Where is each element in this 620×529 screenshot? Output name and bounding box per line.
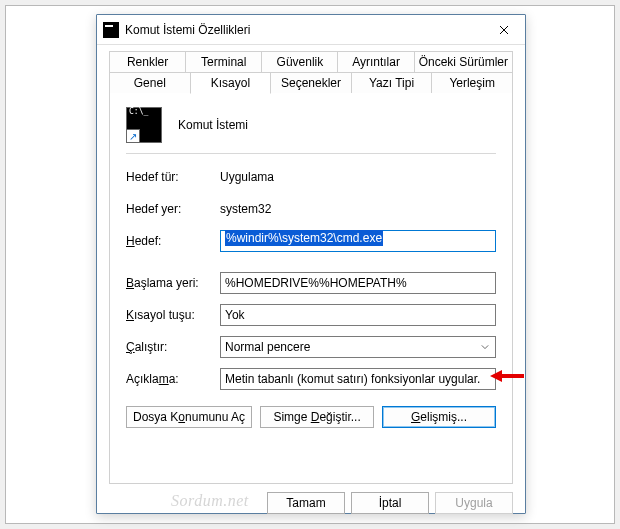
advanced-button[interactable]: Gelişmiş... [382,406,496,428]
input-start-in[interactable] [220,272,496,294]
divider [126,153,496,154]
label-target-loc: Hedef yer: [126,202,220,216]
chevron-down-icon [481,343,489,351]
tab-previous[interactable]: Önceki Sürümler [414,51,513,72]
ok-button[interactable]: Tamam [267,492,345,514]
tab-row-1: Renkler Terminal Güvenlik Ayrıntılar Önc… [109,51,513,72]
label-target-type: Hedef tür: [126,170,220,184]
dialog-buttons: Tamam İptal Uygula [97,484,525,524]
shortcut-header: ↗ Komut İstemi [126,107,496,143]
open-file-location-button[interactable]: Dosya Konumunu Aç [126,406,252,428]
tab-layout[interactable]: Yerleşim [431,72,513,93]
value-target-loc: system32 [220,202,271,216]
properties-dialog: Komut İstemi Özellikleri Renkler Termina… [96,14,526,514]
change-icon-button[interactable]: Simge Değiştir... [260,406,374,428]
label-target: Hedef: [126,234,220,248]
value-target-type: Uygulama [220,170,274,184]
label-start-in: Başlama yeri: [126,276,220,290]
action-button-row: Dosya Konumunu Aç Simge Değiştir... Geli… [126,406,496,428]
tab-shortcut[interactable]: Kısayol [190,72,272,94]
cancel-button[interactable]: İptal [351,492,429,514]
tab-colors[interactable]: Renkler [109,51,186,72]
tab-row-2: Genel Kısayol Seçenekler Yazı Tipi Yerle… [109,72,513,93]
tabs-area: Renkler Terminal Güvenlik Ayrıntılar Önc… [97,45,525,484]
tab-security[interactable]: Güvenlik [261,51,338,72]
apply-button[interactable]: Uygula [435,492,513,514]
tab-content: ↗ Komut İstemi Hedef tür: Uygulama Hedef… [109,92,513,484]
tab-general[interactable]: Genel [109,72,191,93]
select-run[interactable]: Normal pencere [220,336,496,358]
titlebar: Komut İstemi Özellikleri [97,15,525,45]
shortcut-cmd-icon: ↗ [126,107,162,143]
input-shortcut-key[interactable] [220,304,496,326]
tab-terminal[interactable]: Terminal [185,51,262,72]
close-button[interactable] [483,15,525,45]
tab-font[interactable]: Yazı Tipi [351,72,433,93]
tab-options[interactable]: Seçenekler [270,72,352,93]
label-shortcut-key: Kısayol tuşu: [126,308,220,322]
label-comment: Açıklama: [126,372,220,386]
cmd-icon [103,22,119,38]
input-target-selection: %windir%\system32\cmd.exe [225,230,383,246]
shortcut-overlay-icon: ↗ [126,129,140,143]
select-run-value: Normal pencere [225,340,310,354]
input-comment[interactable] [220,368,496,390]
shortcut-name: Komut İstemi [178,118,248,132]
watermark: Sordum.net [171,492,249,510]
input-target[interactable]: %windir%\system32\cmd.exe [220,230,496,252]
label-run: Çalıştır: [126,340,220,354]
window-title: Komut İstemi Özellikleri [125,23,483,37]
tab-details[interactable]: Ayrıntılar [337,51,414,72]
close-icon [499,25,509,35]
